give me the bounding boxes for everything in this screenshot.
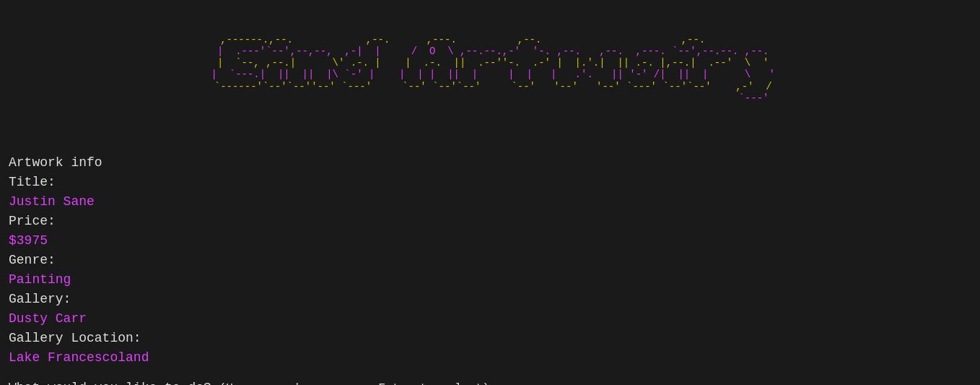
gallery-location-value: Lake Francescoland (9, 348, 974, 368)
title-label: Title: (9, 173, 974, 192)
genre-label: Genre: (9, 251, 974, 270)
artwork-info-label: Artwork info (9, 153, 974, 173)
content-area: Artwork info Title: Justin Sane Price: $… (6, 153, 974, 385)
ascii-art-title: ,------.,--. ,--. ,---. ,--. ,--. | .---… (199, 11, 782, 127)
price-label: Price: (9, 212, 974, 231)
prompt-text: What would you like to do? (9, 381, 211, 385)
prompt-section: What would you like to do? (Use arrow ke… (9, 378, 974, 385)
prompt-hint: (Use arrow keys, press Enter to select) (219, 382, 489, 385)
gallery-label: Gallery: (9, 290, 974, 309)
genre-value: Painting (9, 270, 974, 290)
prompt-line: What would you like to do? (Use arrow ke… (9, 381, 489, 385)
gallery-location-label: Gallery Location: (9, 329, 974, 348)
price-value: $3975 (9, 231, 974, 251)
header-container: ,------.,--. ,--. ,---. ,--. ,--. | .---… (6, 7, 974, 140)
gallery-value: Dusty Carr (9, 309, 974, 329)
title-value: Justin Sane (9, 192, 974, 212)
